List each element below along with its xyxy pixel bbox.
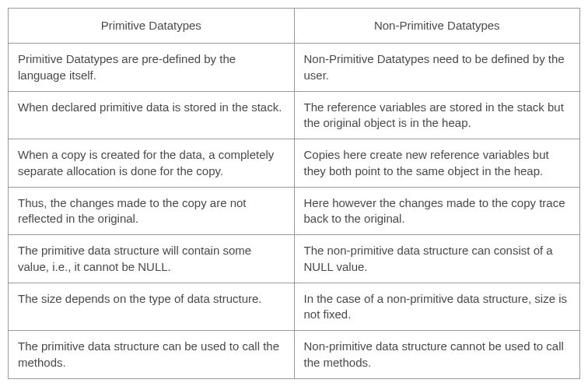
header-primitive: Primitive Datatypes: [9, 9, 295, 44]
comparison-table: Primitive Datatypes Non-Primitive Dataty…: [8, 8, 580, 379]
header-row: Primitive Datatypes Non-Primitive Dataty…: [9, 9, 580, 44]
table-row: The primitive data structure will contai…: [9, 235, 580, 283]
table-row: Primitive Datatypes are pre-defined by t…: [9, 44, 580, 92]
cell-non-primitive: Non-Primitive Datatypes need to be defin…: [294, 44, 580, 92]
cell-non-primitive: Here however the changes made to the cop…: [294, 187, 580, 235]
cell-primitive: Thus, the changes made to the copy are n…: [9, 187, 295, 235]
table-row: Thus, the changes made to the copy are n…: [9, 187, 580, 235]
cell-primitive: When declared primitive data is stored i…: [9, 91, 295, 139]
cell-non-primitive: In the case of a non-primitive data stru…: [294, 283, 580, 331]
table-row: The size depends on the type of data str…: [9, 283, 580, 331]
table-row: The primitive data structure can be used…: [9, 331, 580, 379]
cell-primitive: The size depends on the type of data str…: [9, 283, 295, 331]
table-row: When declared primitive data is stored i…: [9, 91, 580, 139]
header-non-primitive: Non-Primitive Datatypes: [294, 9, 580, 44]
cell-primitive: Primitive Datatypes are pre-defined by t…: [9, 44, 295, 92]
cell-non-primitive: Non-primitive data structure cannot be u…: [294, 331, 580, 379]
cell-primitive: The primitive data structure can be used…: [9, 331, 295, 379]
cell-non-primitive: The non-primitive data structure can con…: [294, 235, 580, 283]
table-row: When a copy is created for the data, a c…: [9, 139, 580, 188]
cell-non-primitive: Copies here create new reference variabl…: [294, 139, 580, 188]
cell-non-primitive: The reference variables are stored in th…: [294, 91, 580, 139]
cell-primitive: When a copy is created for the data, a c…: [9, 139, 295, 188]
cell-primitive: The primitive data structure will contai…: [9, 235, 295, 283]
